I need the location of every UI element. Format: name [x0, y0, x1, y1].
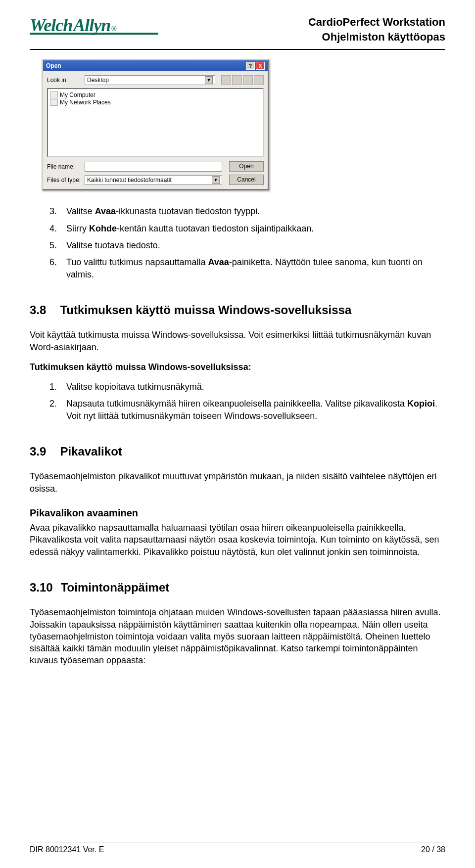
step-text: Valitse tuotava tiedosto.: [66, 239, 445, 251]
section-heading-3-9: 3.9 Pikavalikot: [30, 444, 445, 459]
step-row: 3. Valitse Avaa-ikkunasta tuotavan tiedo…: [49, 205, 445, 217]
filetype-value: Kaikki tunnetut tiedostoformaatit: [87, 177, 172, 183]
filetype-combo[interactable]: Kaikki tunnetut tiedostoformaatit ▼: [85, 175, 222, 185]
page-header: Welch Allyn ® CardioPerfect Workstation …: [30, 15, 445, 44]
logo-reg-icon: ®: [111, 25, 116, 33]
open-button[interactable]: Open: [229, 161, 264, 172]
up-folder-icon[interactable]: [232, 75, 242, 85]
paragraph: Työasemaohjelmiston toimintoja ohjataan …: [30, 606, 445, 666]
step-num: 3.: [49, 205, 66, 217]
footer-left: DIR 80012341 Ver. E: [30, 845, 104, 854]
step-text: Siirry Kohde-kentän kautta tuotavan tied…: [66, 223, 445, 234]
step-num: 2.: [49, 398, 66, 422]
step-row: 1. Valitse kopioitava tutkimusnäkymä.: [49, 381, 445, 393]
section-heading-3-10: 3.10 Toimintonäppäimet: [30, 580, 445, 595]
back-icon[interactable]: [221, 75, 231, 85]
section-heading-3-8: 3.8 Tutkimuksen käyttö muissa Windows-so…: [30, 302, 445, 318]
logo-left: Welch: [30, 15, 72, 36]
step-row: 4. Siirry Kohde-kentän kautta tuotavan t…: [49, 223, 445, 234]
step-num: 6.: [49, 256, 66, 280]
view-icon[interactable]: [254, 75, 264, 85]
dialog-titlebar: Open ? X: [43, 60, 268, 71]
paragraph: Avaa pikavalikko napsauttamalla haluamaa…: [30, 522, 445, 558]
step-text: Valitse Avaa-ikkunasta tuotavan tiedosto…: [66, 205, 445, 217]
lookin-value: Desktop: [87, 77, 109, 84]
computer-icon: [50, 91, 58, 98]
network-icon: [50, 99, 58, 106]
sub-heading: Pikavalikon avaaminen: [30, 506, 445, 520]
step-text: Valitse kopioitava tutkimusnäkymä.: [66, 381, 445, 393]
filetype-label: Files of type:: [47, 177, 82, 183]
step-text: Napsauta tutkimusnäkymää hiiren oikeanpu…: [66, 398, 445, 422]
dialog-title: Open: [46, 62, 61, 69]
step-row: 2. Napsauta tutkimusnäkymää hiiren oikea…: [49, 398, 445, 422]
close-button[interactable]: X: [256, 62, 265, 70]
step-num: 4.: [49, 223, 66, 234]
new-folder-icon[interactable]: [243, 75, 253, 85]
open-dialog: Open ? X Look in: Desktop ▼ My Computer: [42, 59, 269, 190]
logo: Welch Allyn ®: [30, 15, 158, 35]
logo-right: Allyn: [73, 15, 110, 36]
filename-input[interactable]: [85, 162, 222, 172]
step-row: 6. Tuo valittu tutkimus napsauttamalla A…: [49, 256, 445, 280]
list-item[interactable]: My Network Places: [50, 99, 261, 106]
step-text: Tuo valittu tutkimus napsauttamalla Avaa…: [66, 256, 445, 280]
lookin-label: Look in:: [47, 77, 82, 84]
file-list[interactable]: My Computer My Network Places: [47, 88, 264, 157]
paragraph: Voit käyttää tutkimusta muissa Windows-s…: [30, 329, 445, 353]
sub-heading: Tutkimuksen käyttö muissa Windows-sovell…: [30, 361, 445, 373]
list-item-label: My Computer: [60, 91, 95, 98]
page-footer: DIR 80012341 Ver. E 20 / 38: [30, 842, 445, 854]
filename-label: File name:: [47, 163, 82, 170]
help-button[interactable]: ?: [246, 62, 255, 70]
cancel-button[interactable]: Cancel: [229, 175, 264, 185]
step-num: 1.: [49, 381, 66, 393]
content: 3. Valitse Avaa-ikkunasta tuotavan tiedo…: [30, 205, 445, 666]
chevron-down-icon[interactable]: ▼: [205, 76, 213, 84]
header-divider: [30, 49, 445, 50]
step-row: 5. Valitse tuotava tiedosto.: [49, 239, 445, 251]
footer-right: 20 / 38: [421, 845, 445, 854]
list-item[interactable]: My Computer: [50, 91, 261, 98]
lookin-combo[interactable]: Desktop ▼: [85, 75, 215, 85]
step-num: 5.: [49, 239, 66, 251]
paragraph: Työasemaohjelmiston pikavalikot muuttuva…: [30, 470, 445, 495]
doc-title-1: CardioPerfect Workstation: [308, 15, 445, 30]
chevron-down-icon[interactable]: ▼: [212, 176, 220, 184]
list-item-label: My Network Places: [60, 99, 111, 106]
doc-title-2: Ohjelmiston käyttöopas: [308, 30, 445, 45]
